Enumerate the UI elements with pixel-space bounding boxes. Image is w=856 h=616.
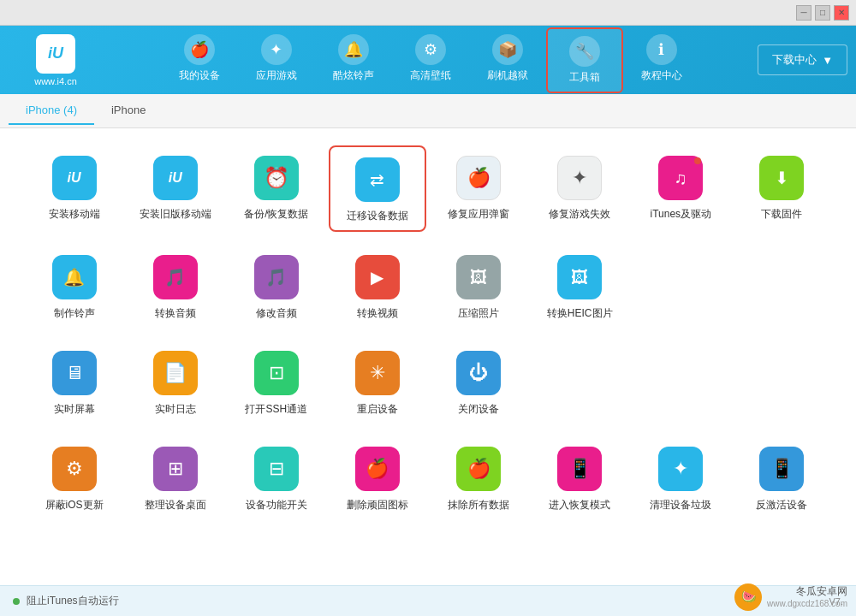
watermark-logo: 🍉 冬瓜安卓网 www.dgxcdz168.com (734, 583, 847, 611)
tool-block-ios-update[interactable]: ⚙ 屏蔽iOS更新 (26, 436, 122, 519)
nav-item-app-games[interactable]: ✦ 应用游戏 (238, 27, 315, 93)
tool-icon-convert-video: ▶ (355, 255, 400, 299)
tool-itunes-driver[interactable]: ♫ iTunes及驱动 (633, 145, 729, 232)
tool-icon-migrate-data: ⇄ (355, 157, 400, 202)
nav-icon-ringtones: 🔔 (338, 34, 369, 65)
tool-icon-open-ssh: ⊡ (254, 351, 299, 395)
tool-label-repair-game: 修复游戏失效 (549, 207, 610, 222)
nav-item-my-device[interactable]: 🍎 我的设备 (161, 27, 238, 93)
tool-erase-all-data[interactable]: 🍎 抹除所有数据 (431, 436, 527, 519)
logo-text: iU (48, 44, 63, 62)
tool-install-old-app[interactable]: iU 安装旧版移动端 (127, 145, 223, 232)
tool-label-convert-heic: 转换HEIC图片 (547, 306, 613, 321)
tool-reboot-device[interactable]: ✳ 重启设备 (329, 341, 425, 424)
nav-item-tutorials[interactable]: ℹ 教程中心 (623, 27, 700, 93)
tool-download-firmware[interactable]: ⬇ 下载固件 (734, 145, 830, 232)
tool-repair-game[interactable]: ✦ 修复游戏失效 (532, 145, 628, 232)
nav-icon-jailbreak: 📦 (492, 34, 523, 65)
tool-label-device-func-switch: 设备功能开关 (246, 498, 307, 512)
tools-row-4: ⚙ 屏蔽iOS更新 ⊞ 整理设备桌面 ⊟ 设备功能开关 🍎 删除顽固图标 🍎 (26, 436, 830, 519)
tool-migrate-data[interactable]: ⇄ 迁移设备数据 (329, 145, 425, 232)
tool-icon-reboot-device: ✳ (355, 351, 400, 395)
nav-label-jailbreak: 刷机越狱 (487, 68, 528, 83)
tool-deactivate-device[interactable]: 📱 反激活设备 (734, 436, 830, 519)
tool-label-repair-app: 修复应用弹窗 (448, 207, 509, 222)
tools-row-1: iU 安装移动端 iU 安装旧版移动端 ⏰ 备份/恢复数据 ⇄ 迁移设备数据 🍎 (26, 145, 830, 232)
tool-convert-heic[interactable]: 🖼 转换HEIC图片 (532, 245, 628, 328)
nav-item-toolbox[interactable]: 🔧 工具箱 (546, 27, 623, 93)
tab-iphone4[interactable]: iPhone (4) (9, 97, 94, 125)
tool-make-ringtone[interactable]: 🔔 制作铃声 (26, 245, 122, 328)
tool-label-install-app: 安装移动端 (49, 207, 100, 222)
nav-label-wallpapers: 高清壁纸 (410, 68, 451, 83)
tool-label-backup-restore: 备份/恢复数据 (244, 207, 308, 222)
tool-convert-audio[interactable]: 🎵 转换音频 (127, 245, 223, 328)
tool-icon-erase-all-data: 🍎 (456, 447, 501, 491)
watermark-site-url: www.dgxcdz168.com (767, 598, 847, 610)
tool-label-itunes-driver: iTunes及驱动 (651, 207, 712, 222)
watermark-icon: 🍉 (734, 583, 762, 611)
tool-realtime-log[interactable]: 📄 实时日志 (127, 341, 223, 424)
tool-icon-repair-app: 🍎 (456, 156, 501, 200)
tool-label-compress-photo: 压缩照片 (458, 306, 499, 321)
tool-open-ssh[interactable]: ⊡ 打开SSH通道 (228, 341, 324, 424)
tool-icon-realtime-screen: 🖥 (52, 351, 97, 395)
tool-device-func-switch[interactable]: ⊟ 设备功能开关 (228, 436, 324, 519)
tool-label-migrate-data: 迁移设备数据 (347, 209, 408, 223)
tool-icon-convert-audio: 🎵 (153, 255, 198, 299)
tool-icon-fix-audio: 🎵 (254, 255, 299, 299)
tool-icon-repair-game: ✦ (557, 156, 602, 200)
tool-label-convert-audio: 转换音频 (155, 306, 196, 321)
nav-item-ringtones[interactable]: 🔔 酷炫铃声 (315, 27, 392, 93)
tool-icon-make-ringtone: 🔔 (52, 255, 97, 299)
tool-fix-audio[interactable]: 🎵 修改音频 (228, 245, 324, 328)
tool-organize-desktop[interactable]: ⊞ 整理设备桌面 (127, 436, 223, 519)
tool-delete-stubborn-icon[interactable]: 🍎 删除顽固图标 (329, 436, 425, 519)
header: iU www.i4.cn 🍎 我的设备 ✦ 应用游戏 🔔 酷炫铃声 ⚙ 高清壁纸… (0, 26, 856, 94)
logo-icon[interactable]: iU (36, 34, 75, 74)
watermark-text: 冬瓜安卓网 www.dgxcdz168.com (767, 584, 847, 611)
status-left: 阻止iTunes自动运行 (13, 594, 119, 608)
tool-realtime-screen[interactable]: 🖥 实时屏幕 (26, 341, 122, 424)
tool-placeholder-5 (734, 341, 830, 424)
tool-icon-device-func-switch: ⊟ (254, 447, 299, 491)
download-center-button[interactable]: 下载中心 ▼ (758, 44, 847, 75)
tool-placeholder-2 (734, 245, 830, 328)
tool-label-clean-junk: 清理设备垃圾 (650, 498, 711, 512)
tool-label-make-ringtone: 制作铃声 (54, 306, 95, 321)
tool-backup-restore[interactable]: ⏰ 备份/恢复数据 (228, 145, 324, 232)
tool-label-enter-recovery: 进入恢复模式 (549, 498, 610, 512)
tools-row-3: 🖥 实时屏幕 📄 实时日志 ⊡ 打开SSH通道 ✳ 重启设备 ⏻ (26, 341, 830, 424)
nav-icon-toolbox: 🔧 (569, 36, 600, 67)
tool-repair-app[interactable]: 🍎 修复应用弹窗 (431, 145, 527, 232)
tab-iphone[interactable]: iPhone (94, 97, 163, 125)
tool-icon-organize-desktop: ⊞ (153, 447, 198, 491)
window-controls[interactable]: ─ □ ✕ (796, 5, 849, 21)
tool-icon-convert-heic: 🖼 (557, 255, 602, 299)
nav-item-jailbreak[interactable]: 📦 刷机越狱 (469, 27, 546, 93)
tool-icon-install-old-app: iU (153, 156, 198, 200)
tool-placeholder-4 (633, 341, 729, 424)
tool-placeholder-3 (532, 341, 628, 424)
nav-item-wallpapers[interactable]: ⚙ 高清壁纸 (392, 27, 469, 93)
tool-install-app[interactable]: iU 安装移动端 (26, 145, 122, 232)
tool-convert-video[interactable]: ▶ 转换视频 (329, 245, 425, 328)
tool-clean-junk[interactable]: ✦ 清理设备垃圾 (633, 436, 729, 519)
status-bar: 阻止iTunes自动运行 V7. (0, 585, 856, 616)
download-icon: ▼ (822, 54, 833, 67)
tool-icon-itunes-driver: ♫ (658, 156, 703, 200)
tool-label-delete-stubborn-icon: 删除顽固图标 (347, 498, 408, 512)
tool-compress-photo[interactable]: 🖼 压缩照片 (431, 245, 527, 328)
nav-icon-wallpapers: ⚙ (415, 34, 446, 65)
restore-button[interactable]: □ (815, 5, 830, 21)
tool-icon-backup-restore: ⏰ (254, 156, 299, 200)
nav-icon-tutorials: ℹ (646, 34, 677, 65)
tool-icon-delete-stubborn-icon: 🍎 (355, 447, 400, 491)
tool-enter-recovery[interactable]: 📱 进入恢复模式 (532, 436, 628, 519)
tabs-bar: iPhone (4) iPhone (0, 94, 856, 128)
watermark: 🍉 冬瓜安卓网 www.dgxcdz168.com (734, 583, 847, 611)
close-button[interactable]: ✕ (834, 5, 849, 21)
minimize-button[interactable]: ─ (796, 5, 811, 21)
tool-shutdown-device[interactable]: ⏻ 关闭设备 (431, 341, 527, 424)
tools-row-2: 🔔 制作铃声 🎵 转换音频 🎵 修改音频 ▶ 转换视频 🖼 压 (26, 245, 830, 328)
